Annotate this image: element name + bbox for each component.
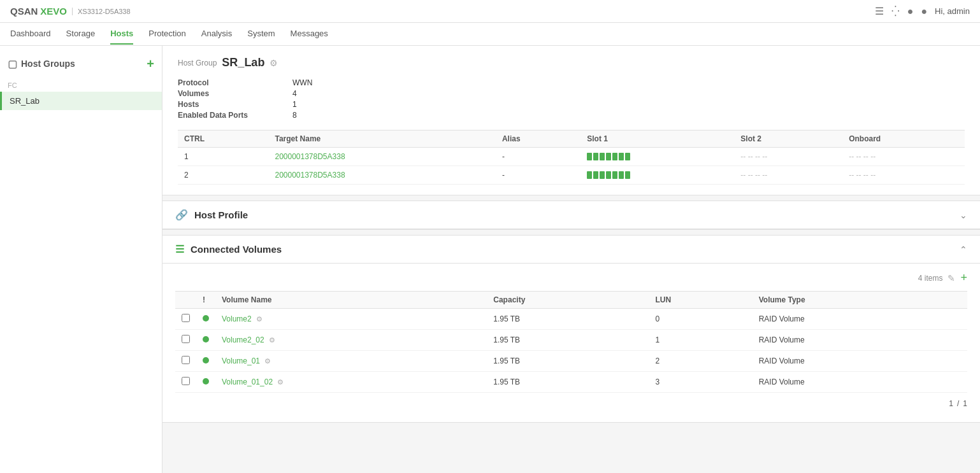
vol-col-type: Volume Type	[753, 292, 967, 309]
vol-gear-icon[interactable]: ⚙	[264, 357, 271, 365]
vol-lun: 2	[649, 351, 753, 372]
vol-col-capacity: Capacity	[487, 292, 649, 309]
volumes-toolbar: 4 items ✎ +	[175, 271, 967, 285]
target-onboard: -- -- -- --	[842, 148, 965, 166]
volumes-label: Volumes	[178, 89, 292, 98]
vol-checkbox-cell	[175, 309, 196, 330]
host-profile-header[interactable]: 🔗 Host Profile ⌄	[162, 201, 980, 229]
host-group-label: Host Group	[178, 59, 217, 67]
vol-lun: 1	[649, 330, 753, 351]
hosts-icon: ▢	[8, 58, 17, 70]
target-table-row: 1 2000001378D5A338 - -- -- -- -- -- -- -…	[178, 148, 965, 166]
target-name-link[interactable]: 2000001378D5A338	[275, 152, 345, 161]
port-dot-active	[587, 171, 592, 179]
target-col-slot2: Slot 2	[734, 131, 842, 148]
target-ctrl: 2	[178, 166, 268, 185]
vol-status-cell	[196, 372, 215, 393]
vol-type: RAID Volume	[753, 372, 967, 393]
vol-name-link[interactable]: Volume_01	[222, 357, 260, 365]
connected-volumes-chevron[interactable]: ⌃	[960, 244, 967, 255]
vol-type: RAID Volume	[753, 351, 967, 372]
vol-status-dot	[203, 315, 209, 321]
port-dot-active	[600, 171, 605, 179]
target-col-ctrl: CTRL	[178, 131, 268, 148]
globe-icon[interactable]: ●	[907, 6, 914, 17]
sidebar-title: Host Groups	[21, 59, 75, 69]
host-profile-chevron[interactable]: ⌄	[960, 210, 967, 220]
vol-name-cell: Volume_01 ⚙	[215, 351, 487, 372]
port-dot-active	[587, 153, 592, 160]
navbar: Dashboard Storage Hosts Protection Analy…	[0, 23, 980, 46]
vol-gear-icon[interactable]: ⚙	[256, 315, 263, 323]
target-slot2: -- -- -- --	[734, 166, 842, 185]
topbar: QSAN XEVO XS3312-D5A338 ☰ ⁛ ● ● Hi, admi…	[0, 0, 980, 23]
port-dot-active	[606, 171, 611, 179]
apps-icon[interactable]: ⁛	[891, 5, 900, 17]
nav-storage[interactable]: Storage	[66, 24, 96, 45]
vol-checkbox-cell	[175, 372, 196, 393]
connected-volumes-header-left: ☰ Connected Volumes	[175, 243, 282, 255]
target-col-name: Target Name	[268, 131, 495, 148]
target-table-row: 2 2000001378D5A338 - -- -- -- -- -- -- -…	[178, 166, 965, 185]
sidebar: ▢ Host Groups + FC SR_Lab	[0, 46, 162, 473]
greeting-text: Hi, admin	[935, 6, 970, 16]
vol-capacity: 1.95 TB	[487, 351, 649, 372]
page-separator: /	[957, 399, 959, 408]
volume-table-row: Volume2 ⚙ 1.95 TB 0 RAID Volume	[175, 309, 967, 330]
vol-name-link[interactable]: Volume2_02	[222, 335, 264, 344]
vol-checkbox[interactable]	[182, 356, 190, 364]
host-group-settings-icon[interactable]: ⚙	[270, 58, 278, 68]
vol-checkbox[interactable]	[182, 335, 190, 343]
host-group-name: SR_Lab	[222, 56, 264, 69]
port-dot-active	[593, 171, 598, 179]
port-dot-active	[612, 171, 617, 179]
topbar-left: QSAN XEVO XS3312-D5A338	[10, 6, 131, 17]
volume-table-row: Volume_01_02 ⚙ 1.95 TB 3 RAID Volume	[175, 372, 967, 393]
enabled-ports-label: Enabled Data Ports	[178, 111, 292, 120]
vol-status-cell	[196, 351, 215, 372]
nav-protection[interactable]: Protection	[148, 24, 186, 45]
volumes-edit-button[interactable]: ✎	[948, 273, 955, 283]
port-dot-active	[619, 171, 624, 179]
vol-name-link[interactable]: Volume_01_02	[222, 378, 273, 386]
connected-volumes-header[interactable]: ☰ Connected Volumes ⌃	[162, 236, 980, 264]
brand-xevo: XEVO	[40, 6, 67, 17]
vol-gear-icon[interactable]: ⚙	[277, 378, 284, 386]
volume-table-row: Volume2_02 ⚙ 1.95 TB 1 RAID Volume	[175, 330, 967, 351]
target-name-link[interactable]: 2000001378D5A338	[275, 171, 345, 180]
vol-gear-icon[interactable]: ⚙	[269, 336, 275, 344]
host-group-panel: Host Group SR_Lab ⚙ Protocol WWN Volumes…	[162, 46, 980, 195]
vol-lun: 3	[649, 372, 753, 393]
volumes-count: 4 items	[918, 274, 943, 283]
vol-capacity: 1.95 TB	[487, 372, 649, 393]
help-icon[interactable]: ●	[921, 6, 927, 17]
sidebar-item-sr-lab[interactable]: SR_Lab	[0, 92, 162, 110]
volumes-pagination: 1 / 1	[175, 393, 967, 414]
filter-icon[interactable]: ☰	[875, 5, 884, 17]
sidebar-category-fc: FC	[0, 79, 162, 92]
vol-col-check	[175, 292, 196, 309]
add-host-group-button[interactable]: +	[147, 57, 154, 70]
target-alias: -	[496, 148, 580, 166]
nav-hosts[interactable]: Hosts	[110, 24, 133, 45]
vol-name-cell: Volume_01_02 ⚙	[215, 372, 487, 393]
vol-col-name: Volume Name	[215, 292, 487, 309]
target-slot1	[580, 166, 734, 185]
target-col-slot1: Slot 1	[580, 131, 734, 148]
vol-capacity: 1.95 TB	[487, 330, 649, 351]
port-dot-active	[593, 153, 598, 160]
hosts-label: Hosts	[178, 100, 292, 109]
enabled-ports-value: 8	[292, 111, 965, 120]
nav-system[interactable]: System	[247, 24, 275, 45]
connected-volumes-section: ☰ Connected Volumes ⌃ 4 items ✎ + !	[162, 235, 980, 423]
vol-checkbox[interactable]	[182, 377, 190, 385]
nav-messages[interactable]: Messages	[291, 24, 328, 45]
nav-dashboard[interactable]: Dashboard	[10, 24, 51, 45]
target-onboard: -- -- -- --	[842, 166, 965, 185]
nav-analysis[interactable]: Analysis	[201, 24, 232, 45]
target-alias: -	[496, 166, 580, 185]
port-dot-active	[619, 153, 624, 160]
volumes-add-button[interactable]: +	[960, 271, 967, 285]
vol-name-link[interactable]: Volume2	[222, 314, 252, 323]
vol-checkbox[interactable]	[182, 314, 190, 322]
